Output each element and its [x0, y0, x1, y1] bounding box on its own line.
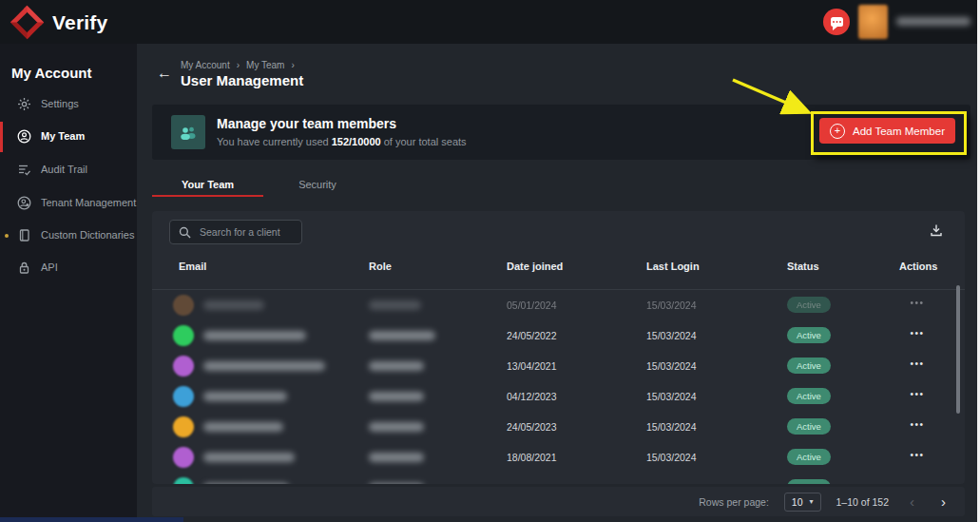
sidebar-item-tenant-management[interactable]: Tenant Management	[0, 188, 137, 217]
sidebar-item-audit-trail[interactable]: Audit Trail	[0, 155, 137, 184]
more-actions-icon[interactable]: •••	[903, 358, 932, 369]
chevron-right-icon: ›	[291, 60, 294, 70]
last-login-cell: 15/03/2024	[646, 391, 697, 402]
col-date-joined[interactable]: Date joined	[507, 261, 563, 272]
table-row[interactable]: 18/08/2021 15/03/2024 Active •••	[152, 442, 965, 473]
more-actions-icon[interactable]: •••	[903, 298, 932, 308]
plus-circle-icon: +	[830, 124, 845, 139]
avatar	[173, 416, 194, 437]
top-bar: Verify	[0, 0, 980, 44]
tab-your-team[interactable]: Your Team	[152, 179, 263, 196]
status-badge: Active	[787, 418, 831, 435]
status-badge: Active	[787, 327, 831, 343]
dictionary-icon	[17, 228, 31, 242]
role-redacted	[369, 300, 421, 310]
email-redacted	[203, 483, 289, 484]
taskbar-strip	[0, 517, 183, 522]
avatar	[173, 325, 194, 346]
team-icon	[17, 129, 31, 144]
col-role[interactable]: Role	[369, 261, 392, 272]
gear-icon	[17, 97, 31, 111]
table-row[interactable]: 05/01/2024 15/03/2024 Active •••	[152, 290, 965, 320]
more-actions-icon[interactable]: •••	[903, 480, 932, 484]
audit-list-icon	[17, 163, 31, 177]
previous-page-icon[interactable]: ‹	[904, 494, 920, 509]
verify-logo[interactable]: Verify	[15, 10, 107, 34]
date-joined-cell: 13/04/2021	[507, 360, 557, 372]
page-title: User Management	[181, 72, 303, 88]
sidebar-item-label: Custom Dictionaries	[41, 229, 134, 241]
last-login-cell: 15/03/2024	[646, 360, 697, 372]
date-joined-cell: 04/12/2023	[507, 391, 557, 402]
table-row[interactable]: 04/12/2023 15/03/2024 Active •••	[152, 381, 965, 412]
email-redacted	[203, 392, 287, 401]
role-redacted	[369, 392, 424, 401]
download-icon[interactable]	[930, 223, 943, 241]
lock-icon	[17, 261, 31, 275]
search-box[interactable]	[169, 220, 302, 244]
col-status[interactable]: Status	[787, 261, 819, 272]
add-team-member-button[interactable]: + Add Team Member	[819, 118, 955, 144]
more-actions-icon[interactable]: •••	[903, 389, 932, 399]
role-redacted	[369, 422, 424, 432]
date-joined-cell: 24/05/2023	[507, 421, 557, 433]
more-actions-icon[interactable]: •••	[903, 419, 932, 430]
breadcrumb-my-team[interactable]: My Team	[246, 60, 284, 70]
chevron-right-icon: ›	[237, 60, 240, 70]
pagination-range: 1–10 of 152	[836, 496, 889, 508]
role-redacted	[369, 483, 424, 484]
breadcrumb-my-account[interactable]: My Account	[181, 60, 230, 70]
chat-support-button[interactable]	[823, 9, 850, 35]
last-login-cell: 15/03/2024	[646, 421, 697, 433]
avatar	[173, 295, 194, 316]
app-window: Verify My Account Settings	[0, 0, 980, 522]
last-login-cell: 15/03/2024	[646, 452, 697, 463]
user-email-redacted	[896, 17, 970, 26]
status-badge: Active	[787, 449, 831, 465]
active-tab-underline	[152, 195, 263, 197]
table-row[interactable]: 24/05/2022 15/03/2024 Active •••	[152, 320, 965, 351]
role-redacted	[369, 361, 424, 371]
email-redacted	[203, 300, 264, 310]
sidebar-item-custom-dictionaries[interactable]: Custom Dictionaries	[0, 221, 137, 249]
table-row[interactable]: 13/04/2021 15/03/2024 Active •••	[152, 351, 965, 381]
table-row[interactable]: Active •••	[152, 473, 965, 484]
table-scrollbar[interactable]	[956, 285, 960, 414]
sidebar-item-label: API	[41, 261, 58, 273]
rows-per-page-value: 10	[792, 496, 803, 508]
avatar	[173, 386, 194, 407]
status-badge: Active	[787, 358, 831, 374]
avatar	[173, 356, 194, 377]
sidebar: My Account Settings My Team	[0, 44, 137, 522]
table-body: 05/01/2024 15/03/2024 Active ••• 24/05/2…	[152, 289, 965, 484]
col-email[interactable]: Email	[179, 261, 206, 272]
rows-per-page-select[interactable]: 10 ▾	[784, 493, 821, 512]
sidebar-item-my-team[interactable]: My Team	[0, 122, 137, 150]
table-row[interactable]: 24/05/2023 15/03/2024 Active •••	[152, 412, 965, 442]
more-actions-icon[interactable]: •••	[903, 328, 932, 338]
team-table-card: Email Role Date joined Last Login Status…	[152, 211, 965, 484]
search-input[interactable]	[198, 225, 297, 239]
last-login-cell: 15/03/2024	[646, 300, 697, 311]
seats-count: 152/10000	[332, 136, 381, 147]
sidebar-item-api[interactable]: API	[0, 253, 137, 281]
email-redacted	[203, 453, 295, 462]
tab-security[interactable]: Security	[263, 179, 372, 196]
user-avatar[interactable]	[858, 5, 888, 39]
email-redacted	[203, 422, 283, 432]
search-icon	[179, 226, 191, 239]
people-icon	[171, 115, 205, 149]
date-joined-cell: 05/01/2024	[507, 300, 557, 311]
col-actions: Actions	[899, 261, 937, 272]
brand-name: Verify	[52, 11, 107, 34]
dropdown-arrow-icon: ▾	[810, 497, 814, 506]
avatar	[173, 447, 194, 468]
back-arrow-icon[interactable]: ←	[157, 65, 172, 82]
col-last-login[interactable]: Last Login	[646, 261, 700, 272]
next-page-icon[interactable]: ›	[935, 494, 951, 509]
status-badge: Active	[787, 388, 831, 404]
sidebar-item-label: My Team	[41, 130, 85, 142]
more-actions-icon[interactable]: •••	[903, 450, 932, 460]
status-badge: Active	[787, 479, 831, 484]
sidebar-item-settings[interactable]: Settings	[0, 89, 137, 118]
